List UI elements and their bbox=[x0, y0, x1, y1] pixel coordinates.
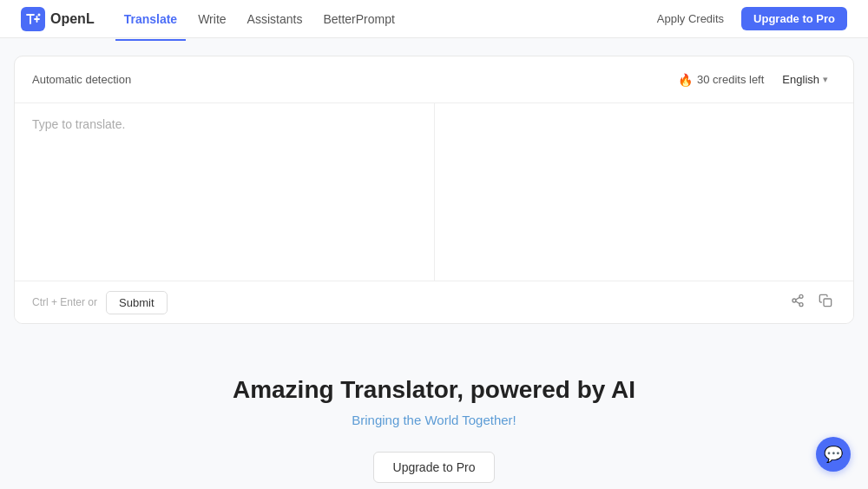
logo[interactable]: OpenL bbox=[21, 7, 95, 31]
main-content: Automatic detection 🔥 30 credits left En… bbox=[0, 38, 868, 489]
promo-title: Amazing Translator, powered by AI bbox=[31, 376, 837, 404]
target-language-label: English bbox=[782, 73, 819, 86]
promo-section: Amazing Translator, powered by AI Bringi… bbox=[14, 324, 854, 489]
chevron-down-icon: ▾ bbox=[823, 74, 828, 85]
promo-subtitle: Bringing the World Together! bbox=[31, 413, 837, 427]
svg-line-5 bbox=[796, 301, 800, 304]
translator-header: Automatic detection 🔥 30 credits left En… bbox=[15, 56, 853, 103]
svg-rect-0 bbox=[21, 7, 45, 31]
nav-actions: Apply Credits Upgrade to Pro bbox=[650, 7, 847, 30]
nav-link-betterprompt[interactable]: BetterPrompt bbox=[314, 7, 403, 31]
chat-bubble-button[interactable]: 💬 bbox=[816, 437, 851, 472]
copy-icon bbox=[819, 294, 832, 307]
logo-icon bbox=[21, 7, 45, 31]
navbar: OpenL Translate Write Assistants BetterP… bbox=[0, 0, 868, 38]
source-pane bbox=[15, 103, 435, 281]
nav-link-assistants[interactable]: Assistants bbox=[239, 7, 312, 31]
auto-detection-label: Automatic detection bbox=[32, 73, 131, 86]
header-right: 🔥 30 credits left English ▾ bbox=[678, 69, 836, 90]
nav-links: Translate Write Assistants BetterPrompt bbox=[115, 7, 650, 31]
translator-card: Automatic detection 🔥 30 credits left En… bbox=[14, 56, 854, 324]
svg-point-1 bbox=[38, 13, 41, 16]
share-icon bbox=[791, 294, 805, 307]
source-textarea[interactable] bbox=[15, 103, 434, 277]
svg-rect-7 bbox=[824, 299, 832, 307]
submit-button[interactable]: Submit bbox=[106, 291, 167, 314]
promo-upgrade-button[interactable]: Upgrade to Pro bbox=[373, 452, 496, 483]
upgrade-to-pro-button[interactable]: Upgrade to Pro bbox=[741, 7, 847, 30]
logo-text: OpenL bbox=[50, 11, 95, 27]
translator-footer: Ctrl + Enter or Submit bbox=[15, 281, 853, 323]
fire-icon: 🔥 bbox=[678, 73, 693, 87]
chat-icon: 💬 bbox=[824, 445, 843, 464]
copy-button[interactable] bbox=[815, 290, 836, 314]
translator-body bbox=[15, 103, 853, 281]
language-selector[interactable]: English ▾ bbox=[774, 69, 836, 90]
nav-link-write[interactable]: Write bbox=[189, 7, 234, 31]
footer-right bbox=[787, 290, 836, 314]
svg-line-6 bbox=[796, 297, 800, 300]
credits-text: 30 credits left bbox=[697, 73, 764, 86]
share-button[interactable] bbox=[787, 290, 808, 314]
apply-credits-button[interactable]: Apply Credits bbox=[650, 9, 731, 29]
nav-link-translate[interactable]: Translate bbox=[115, 7, 186, 31]
shortcut-hint: Ctrl + Enter or bbox=[32, 296, 97, 308]
footer-left: Ctrl + Enter or Submit bbox=[32, 291, 168, 314]
target-pane bbox=[435, 103, 854, 281]
credits-badge: 🔥 30 credits left bbox=[678, 73, 764, 87]
